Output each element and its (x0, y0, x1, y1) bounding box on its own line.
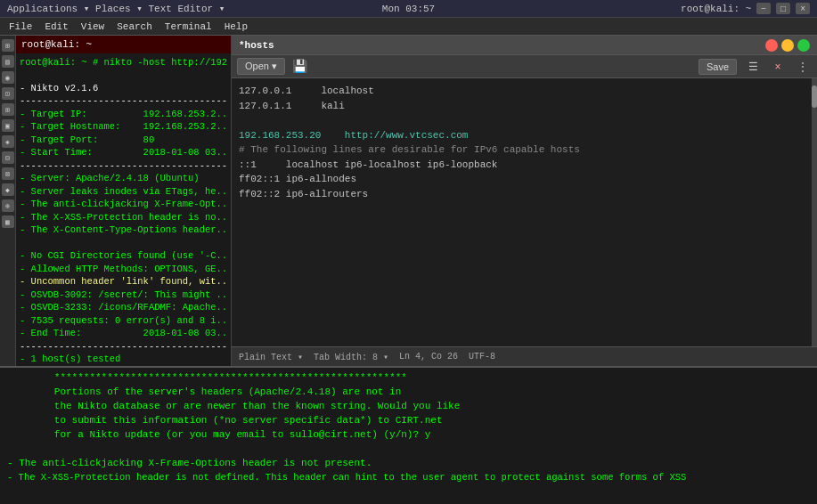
editor-title-label: *hosts (239, 40, 274, 51)
user-label: root@kali: ~ (681, 4, 751, 14)
term-line-17: - Allowed HTTP Methods: OPTIONS, GE... (20, 263, 227, 275)
top-bar-left: Applications ▾ Places ▾ Text Editor ▾ (7, 3, 225, 14)
term-line-23: ----------------------------------------… (20, 340, 227, 353)
term-line-1: root@kali: ~ # nikto -host http://192... (20, 56, 227, 69)
editor-max-btn[interactable] (797, 39, 810, 52)
term-line-15 (20, 237, 227, 249)
floppy-icon: 💾 (292, 59, 307, 74)
term-line-10: - Server: Apache/2.4.18 (Ubuntu) (20, 172, 227, 184)
open-btn[interactable]: Open ▾ (237, 58, 285, 75)
menu-bar: File Edit View Search Terminal Help (0, 18, 817, 36)
editor-line-8: ff02::2 ip6-allrouters (239, 187, 810, 202)
clock: Mon 03:57 (382, 4, 435, 14)
editor-title-bar: *hosts (232, 36, 817, 55)
editor-panel: *hosts Open ▾ 💾 Save ☰ × ⋮ 127.0.0.1 loc… (232, 36, 817, 366)
menu-file[interactable]: File (4, 20, 37, 34)
term-line-24: - 1 host(s) tested (20, 353, 227, 365)
term-line-22: - End Time: 2018-01-08 03... (20, 327, 227, 339)
term-line-2 (20, 69, 227, 81)
terminal-panel: root@kali: ~ root@kali: ~ # nikto -host … (16, 36, 232, 366)
bottom-terminal[interactable]: ****************************************… (0, 366, 817, 504)
bottom-line-7: - The anti-clickjacking X-Frame-Options … (7, 457, 810, 471)
editor-action-close-btn[interactable]: × (769, 58, 787, 76)
term-line-8: - Start Time: 2018-01-08 03... (20, 146, 227, 159)
term-line-21: - 7535 requests: 0 error(s) and 8 i... (20, 314, 227, 327)
editor-action-bar: Open ▾ 💾 Save ☰ × ⋮ (232, 55, 817, 78)
app-icon-6[interactable]: ▣ (2, 119, 14, 132)
app-icon-7[interactable]: ◈ (2, 135, 14, 148)
term-line-5: - Target IP: 192.168.253.2... (20, 108, 227, 120)
status-tab-width[interactable]: Tab Width: 8 ▾ (314, 352, 388, 362)
bottom-line-3: the Nikto database or are newer than the… (7, 400, 810, 414)
bottom-line-5: for a Nikto update (or you may email to … (7, 428, 810, 443)
menu-list-btn[interactable]: ☰ (744, 58, 762, 76)
term-line-13: - The X-XSS-Protection header is no... (20, 211, 227, 224)
app-icon-12[interactable]: ▦ (2, 215, 14, 228)
menu-search[interactable]: Search (111, 20, 158, 34)
top-bar-right: root@kali: ~ − □ × (681, 3, 810, 14)
editor-line-1: 127.0.0.1 localhost (239, 84, 810, 99)
terminal-title: root@kali: ~ (21, 39, 92, 50)
term-line-11: - Server leaks inodes via ETags, he... (20, 185, 227, 198)
bottom-line-8: - The X-XSS-Protection header is not def… (7, 471, 810, 484)
maximize-window-btn[interactable]: □ (776, 3, 790, 14)
terminal-content[interactable]: root@kali: ~ # nikto -host http://192...… (16, 53, 231, 366)
term-line-7: - Target Port: 80 (20, 134, 227, 146)
app-icon-2[interactable]: ▤ (2, 55, 14, 68)
term-line-4: ----------------------------------------… (20, 94, 227, 107)
bottom-line-1: ****************************************… (7, 371, 810, 386)
terminal-title-bar: root@kali: ~ (16, 36, 231, 53)
editor-line-5: # The following lines are desirable for … (239, 142, 810, 158)
term-line-3: - Nikto v2.1.6 (20, 82, 227, 94)
app-icon-4[interactable]: ⊡ (2, 87, 14, 100)
editor-line-6: ::1 localhost ip6-localhost ip6-loopback (239, 158, 810, 173)
app-icon-9[interactable]: ⊠ (2, 167, 14, 180)
term-line-9: ----------------------------------------… (20, 159, 227, 172)
system-top-bar: Applications ▾ Places ▾ Text Editor ▾ Mo… (0, 0, 817, 18)
term-line-18: - Uncommon header 'link' found, wit... (20, 275, 227, 288)
term-line-14: - The X-Content-Type-Options header... (20, 224, 227, 236)
status-encoding: UTF-8 (469, 352, 495, 362)
app-icon-5[interactable]: ⊞ (2, 103, 14, 116)
editor-line-2: 127.0.1.1 kali (239, 99, 810, 114)
editor-action-extra-btn[interactable]: ⋮ (794, 58, 812, 76)
editor-line-7: ff02::1 ip6-allnodes (239, 172, 810, 187)
status-position: Ln 4, Co 26 (399, 352, 458, 362)
menu-view[interactable]: View (76, 20, 110, 34)
app-icon-10[interactable]: ◆ (2, 183, 14, 196)
app-sidebar: ⊞ ▤ ◉ ⊡ ⊞ ▣ ◈ ⊟ ⊠ ◆ ⊕ ▦ (0, 36, 16, 366)
editor-window-buttons (765, 39, 810, 52)
editor-min-btn[interactable] (781, 39, 794, 52)
term-line-6: - Target Hostname: 192.168.253.2... (20, 120, 227, 133)
app-icon-1[interactable]: ⊞ (2, 39, 14, 52)
editor-line-4: 192.168.253.20 http://www.vtcsec.com (239, 128, 810, 143)
bottom-line-2: Portions of the server's headers (Apache… (7, 386, 810, 400)
bottom-line-4: to submit this information (*no server s… (7, 414, 810, 428)
term-line-16: - No CGI Directories found (use '-C... (20, 249, 227, 262)
term-line-19: - OSVDB-3092: /secret/: This might ... (20, 289, 227, 301)
minimize-window-btn[interactable]: − (756, 3, 771, 14)
menu-edit[interactable]: Edit (39, 20, 73, 34)
bottom-line-6 (7, 443, 810, 457)
close-window-btn[interactable]: × (796, 3, 810, 14)
app-icon-3[interactable]: ◉ (2, 71, 14, 84)
term-line-12: - The anti-clickjacking X-Frame-Opt... (20, 198, 227, 210)
app-icon-8[interactable]: ⊟ (2, 151, 14, 164)
term-line-20: - OSVDB-3233: /icons/RFADMF: Apache... (20, 301, 227, 313)
menu-terminal[interactable]: Terminal (159, 20, 217, 34)
editor-close-btn[interactable] (765, 39, 778, 52)
applications-menu[interactable]: Applications ▾ Places ▾ Text Editor ▾ (7, 3, 225, 14)
menu-help[interactable]: Help (219, 20, 253, 34)
main-layout: ⊞ ▤ ◉ ⊡ ⊞ ▣ ◈ ⊟ ⊠ ◆ ⊕ ▦ root@kali: ~ roo… (0, 36, 817, 366)
status-format[interactable]: Plain Text ▾ (239, 352, 303, 362)
app-icon-11[interactable]: ⊕ (2, 199, 14, 212)
editor-status-bar: Plain Text ▾ Tab Width: 8 ▾ Ln 4, Co 26 … (232, 346, 817, 366)
editor-content[interactable]: 127.0.0.1 localhost 127.0.1.1 kali 192.1… (232, 78, 817, 346)
save-btn[interactable]: Save (699, 59, 737, 75)
editor-line-3 (239, 113, 810, 128)
